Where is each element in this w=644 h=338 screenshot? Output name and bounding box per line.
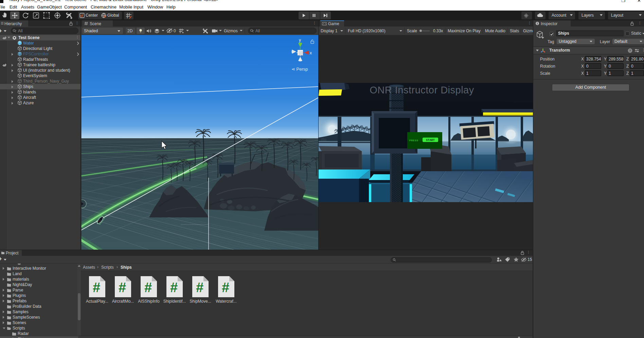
svg-text:x: x bbox=[310, 51, 312, 55]
svg-text:#: # bbox=[144, 280, 152, 295]
svg-text:y: y bbox=[299, 38, 301, 42]
svg-text:START: START bbox=[426, 139, 435, 142]
svg-text:#: # bbox=[222, 280, 229, 295]
svg-text:PRESS: PRESS bbox=[409, 139, 418, 142]
svg-text:#: # bbox=[119, 280, 126, 295]
svg-text:#: # bbox=[93, 280, 100, 295]
svg-text:#: # bbox=[196, 280, 203, 295]
svg-text:⋖ Persp: ⋖ Persp bbox=[291, 67, 308, 72]
svg-text:?: ? bbox=[629, 49, 631, 52]
svg-text:#: # bbox=[170, 280, 178, 295]
svg-text:ONR Instructor Display: ONR Instructor Display bbox=[370, 85, 474, 95]
